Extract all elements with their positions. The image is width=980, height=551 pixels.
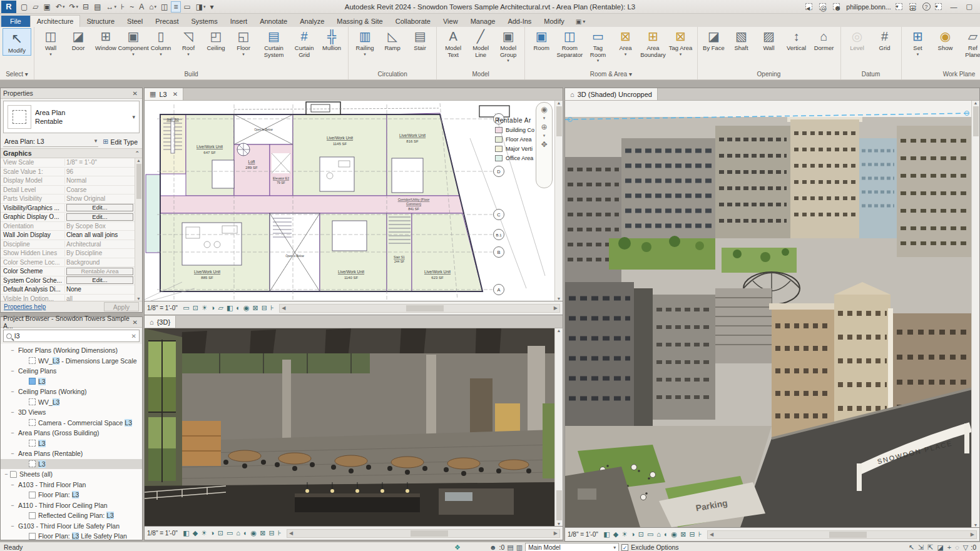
wall-opening-button[interactable]: ▨ Wall: [755, 28, 783, 58]
tree-collapse-icon[interactable]: −: [9, 430, 16, 436]
browser-tree-item[interactable]: − Floor Plans (Working Dimensions): [1, 345, 142, 356]
component-button[interactable]: ▣ Component ▾: [120, 28, 147, 58]
ceiling-button[interactable]: ◰ Ceiling: [202, 28, 230, 58]
plan-view-tab[interactable]: ▦ L3 ✕: [145, 88, 183, 100]
property-row[interactable]: Orientation By Scope Box By Scope Box: [1, 222, 135, 231]
browser-tree-item[interactable]: Reflected Ceiling Plan: L3: [1, 510, 142, 521]
zoom-icon[interactable]: ⊕: [541, 123, 547, 131]
shadows-icon[interactable]: ◑: [209, 529, 217, 537]
reveal-hidden-elements-icon[interactable]: ◉: [670, 530, 679, 538]
worksharing-display-icon[interactable]: ⊟: [260, 304, 268, 312]
set-work-plane-button[interactable]: ⊞ Set ▾: [904, 28, 932, 58]
exterior-scale[interactable]: 1/8" = 1'-0": [568, 531, 598, 538]
crop-view-icon[interactable]: ⊡: [636, 530, 645, 538]
reveal-constraints-icon[interactable]: ⊦: [697, 530, 703, 538]
floor-button[interactable]: ◱ Floor ▾: [230, 28, 257, 58]
property-row[interactable]: System Color Sche... Edit... Edit...: [1, 276, 135, 286]
steering-wheel-icon[interactable]: ◉: [541, 105, 547, 114]
element-selector[interactable]: Area Plan: L3 ▾: [3, 136, 98, 147]
temporary-view-properties-icon[interactable]: ⊠: [251, 304, 260, 312]
search-icon[interactable]: ◎: [819, 3, 826, 10]
restore-button[interactable]: ▢: [964, 3, 975, 11]
window-button[interactable]: ⊞ Window: [92, 28, 120, 58]
browser-tree-item[interactable]: − Ceiling Plans: [1, 366, 142, 377]
shadows-icon[interactable]: ◑: [630, 530, 637, 538]
interior-horizontal-scrollbar[interactable]: ◀▶: [287, 529, 560, 538]
select-links-icon[interactable]: ↖: [909, 543, 914, 551]
select-by-face-icon[interactable]: ◪: [937, 543, 943, 551]
project-browser-close-icon[interactable]: ✕: [131, 319, 140, 326]
tag-by-category-icon[interactable]: ▭: [181, 2, 193, 12]
tree-collapse-icon[interactable]: −: [9, 368, 16, 374]
browser-tree-item[interactable]: − Area Plans (Gross Building): [1, 428, 142, 438]
type-selector-caret-icon[interactable]: ▾: [132, 114, 139, 120]
plan-horizontal-scrollbar[interactable]: ◀▶: [279, 304, 560, 313]
detail-level-icon[interactable]: ▱: [217, 304, 225, 312]
section-collapse-icon[interactable]: ⌃: [135, 150, 140, 156]
browser-tree-item[interactable]: WV_L3: [1, 397, 142, 408]
exterior-horizontal-scrollbar[interactable]: ◀▶: [707, 530, 977, 539]
active-design-option-select[interactable]: Main Model ▾: [525, 543, 619, 551]
interior-scale[interactable]: 1/8" = 1'-0": [147, 530, 178, 537]
shadows-icon[interactable]: ◑: [209, 304, 217, 312]
lock-3d-view-icon[interactable]: ⌂: [655, 530, 663, 538]
customize-qat-icon[interactable]: ▾: [208, 2, 217, 12]
tree-collapse-icon[interactable]: −: [9, 523, 16, 529]
exterior-view-tab[interactable]: ⌂ 3D (Shaded) Uncropped: [565, 88, 658, 100]
show-crop-region-icon[interactable]: ▭: [645, 530, 655, 538]
plan-scale[interactable]: 1/8" = 1'-0": [147, 305, 178, 311]
temporary-hide-isolate-icon[interactable]: ◐: [242, 529, 249, 537]
crop-view-icon[interactable]: ⊡: [191, 304, 200, 312]
browser-tree-item[interactable]: − Ceiling Plans (Working): [1, 387, 142, 397]
property-row[interactable]: Discipline Architectural Architectural: [1, 240, 135, 250]
property-row[interactable]: Default Analysis Di... None None: [1, 285, 135, 295]
tab-view[interactable]: View: [437, 16, 464, 27]
selection-spinner-icon[interactable]: ◌: [955, 543, 959, 551]
browser-tree-item[interactable]: WV_L3 - Dimensions Large Scale: [1, 356, 142, 366]
tree-collapse-icon[interactable]: −: [9, 482, 16, 488]
tab-manage[interactable]: Manage: [464, 16, 502, 27]
tab-add-ins[interactable]: Add-Ins: [501, 16, 538, 27]
tag-room-button[interactable]: ▭ Tag Room ▾: [584, 28, 612, 64]
user-avatar-icon[interactable]: ☻: [833, 3, 840, 10]
modify-options-icon[interactable]: ▣: [576, 18, 581, 25]
revit-logo-button[interactable]: R: [1, 1, 16, 13]
property-edit-button[interactable]: Edit...: [66, 276, 133, 284]
render-icon[interactable]: ◆: [191, 529, 199, 537]
modify-button[interactable]: ↖ Modify: [3, 28, 31, 56]
new-icon[interactable]: ▢: [19, 2, 30, 12]
reveal-hidden-elements-icon[interactable]: ◉: [242, 304, 251, 312]
temporary-hide-isolate-icon[interactable]: ◐: [235, 304, 242, 312]
ribbon-state-caret-icon[interactable]: ▾: [583, 19, 585, 24]
model-text-button[interactable]: A Model Text: [439, 28, 467, 64]
model-line-button[interactable]: ╱ Model Line: [467, 28, 494, 64]
tab-architecture[interactable]: Architecture: [30, 15, 81, 27]
select-underlay-icon[interactable]: ⇲: [918, 543, 924, 551]
exclude-options-checkbox[interactable]: ✓: [621, 544, 628, 551]
property-row[interactable]: Visible In Option... all all: [1, 295, 135, 301]
ref-plane-button[interactable]: ▱ Ref Plane: [959, 28, 980, 64]
undo-icon[interactable]: ↶▾: [54, 2, 67, 12]
level-button[interactable]: ◎ Level: [844, 28, 871, 58]
grid-button[interactable]: # Grid: [871, 28, 899, 58]
communication-center-icon[interactable]: ❖: [454, 543, 461, 551]
browser-search-input[interactable]: [14, 332, 129, 340]
property-edit-button[interactable]: Edit...: [66, 213, 133, 221]
browser-tree-item[interactable]: L3: [1, 377, 142, 387]
shaft-button[interactable]: ▧ Shaft: [728, 28, 755, 58]
tab-collaborate[interactable]: Collaborate: [389, 16, 437, 27]
vertical-opening-button[interactable]: ↕ Vertical: [783, 28, 810, 58]
tab-analyze[interactable]: Analyze: [293, 16, 330, 27]
navigation-bar[interactable]: ◉ ▾ ⊕ ▾ ✥: [536, 102, 553, 188]
signed-in-user[interactable]: philippe.bonn...: [846, 3, 891, 11]
browser-tree-item[interactable]: − Area Plans (Rentable): [1, 448, 142, 459]
render-icon[interactable]: ◆: [611, 530, 620, 538]
aligned-dimension-icon[interactable]: ⊦: [119, 2, 127, 12]
property-row[interactable]: Graphic Display O... Edit... Edit...: [1, 213, 135, 222]
tree-collapse-icon[interactable]: −: [9, 347, 16, 353]
model-group-button[interactable]: ▣ Model Group ▾: [494, 28, 522, 64]
room-separator-button[interactable]: ◫ Room Separator: [555, 28, 584, 64]
property-row[interactable]: Color Scheme Loc... Background Backgroun…: [1, 258, 135, 268]
tree-collapse-icon[interactable]: −: [9, 388, 16, 395]
measure-icon[interactable]: ↔▾: [104, 2, 118, 12]
